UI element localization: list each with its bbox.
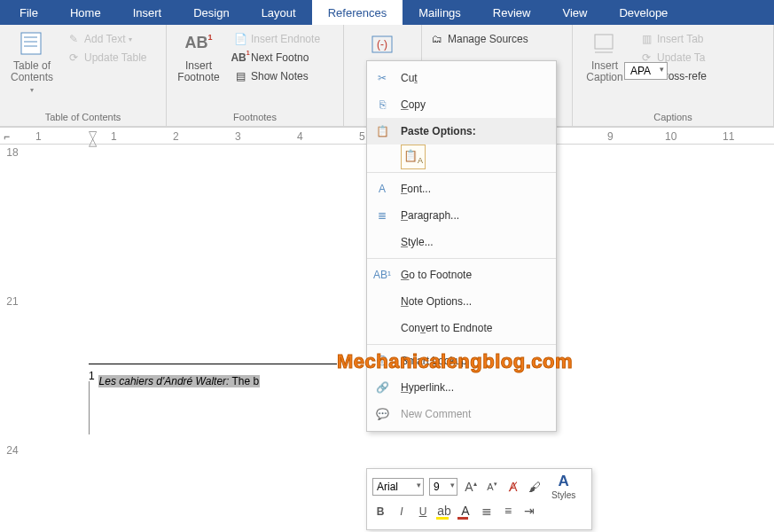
font-name-combo[interactable]: Arial	[372, 478, 424, 496]
link-icon: 🔗	[374, 379, 390, 395]
citation-icon: (-)	[368, 32, 398, 57]
menu-label: Copy	[401, 98, 426, 111]
grow-font-icon[interactable]: A▴	[463, 480, 479, 494]
hanging-indent-icon[interactable]: △	[89, 136, 97, 148]
tab-review[interactable]: Review	[477, 0, 547, 25]
menu-note-options[interactable]: Note Options...	[367, 288, 556, 315]
caption-icon	[590, 30, 620, 57]
update-icon: ⟳	[66, 51, 81, 65]
menu-label: Note Options...	[401, 295, 472, 308]
ruler-mark: 1	[35, 130, 42, 143]
context-menu: ✂Cut⎘Copy📋Paste Options:📋AAFont...≣Parag…	[366, 60, 557, 432]
menu-separator	[367, 258, 556, 259]
format-painter-icon[interactable]: 🖌	[527, 480, 543, 494]
manage-sources-icon: 🗂	[430, 32, 444, 46]
tab-mailings[interactable]: Mailings	[403, 0, 477, 25]
next-footnote-button[interactable]: AB1Next Footno	[231, 49, 323, 66]
italic-icon[interactable]: I	[394, 504, 410, 518]
footnote-icon: AB1	[184, 30, 214, 57]
tab-file[interactable]: File	[4, 0, 54, 25]
tab-view[interactable]: View	[546, 0, 603, 25]
toc-button[interactable]: Table of Contents ▾	[5, 28, 59, 97]
menu-copy[interactable]: ⎘Copy	[367, 91, 556, 118]
ab-small-icon: AB1	[233, 51, 247, 65]
ruler-mark: 1	[111, 130, 117, 143]
ruler-mark: 21	[0, 293, 25, 343]
ribbon-tabs: File Home Insert Design Layout Reference…	[0, 0, 774, 25]
insert-endnote-button[interactable]: 📄Insert Endnote	[231, 30, 323, 48]
ruler-mark: 18	[0, 145, 25, 194]
footnote-title: Les cahiers d'André Walter:	[99, 375, 230, 387]
menu-label: Cut	[401, 72, 418, 84]
ruler-mark: 4	[297, 130, 303, 143]
styles-icon[interactable]: A	[556, 473, 572, 490]
blank-icon	[374, 293, 390, 309]
tab-design[interactable]: Design	[177, 0, 245, 25]
update-table-button[interactable]: ⟳Update Table	[64, 49, 150, 66]
menu-label: Convert to Endnote	[401, 322, 492, 334]
ruler-corner: ⌐	[4, 130, 10, 143]
copy-icon: ⎘	[374, 97, 390, 113]
ab1-icon: AB¹	[374, 267, 390, 283]
footnote-continuation-line	[89, 381, 90, 434]
ruler-mark: 24	[0, 442, 25, 492]
menu-label: New Comment	[401, 408, 471, 420]
group-footnotes-label: Footnotes	[172, 110, 338, 126]
indent-icon[interactable]: ⇥	[521, 504, 537, 518]
menu-new-comment: 💬New Comment	[367, 401, 556, 427]
tab-layout[interactable]: Layout	[246, 0, 312, 25]
svg-rect-6	[595, 35, 613, 49]
paste-keep-text-icon[interactable]: 📋A	[401, 145, 426, 169]
menu-go-to-footnote[interactable]: AB¹Go to Footnote	[367, 262, 556, 288]
clear-format-icon[interactable]: A̸	[505, 480, 521, 494]
menu-label: Go to Footnote	[401, 269, 472, 281]
menu-paste-options[interactable]: 📋Paste Options:	[367, 118, 556, 145]
bold-icon[interactable]: B	[372, 504, 388, 518]
font-color-icon[interactable]: A	[457, 504, 473, 518]
tab-insert[interactable]: Insert	[117, 0, 178, 25]
font-icon: A	[374, 181, 390, 197]
menu-hyperlink[interactable]: 🔗Hyperlink...	[367, 374, 556, 401]
watermark-text: Mechanicalengblog.com	[337, 350, 573, 373]
bullets-icon[interactable]: ≣	[479, 504, 495, 518]
underline-icon[interactable]: U	[415, 504, 431, 518]
numbering-icon[interactable]: ≡	[500, 504, 516, 518]
menu-font[interactable]: AFont...	[367, 176, 556, 202]
show-notes-button[interactable]: ▤Show Notes	[231, 67, 323, 85]
insert-footnote-button[interactable]: AB1 Insert Footnote	[172, 28, 225, 85]
tab-home[interactable]: Home	[54, 0, 117, 25]
ruler-mark: 9	[607, 130, 614, 143]
menu-convert-to-endnote[interactable]: Convert to Endnote	[367, 315, 556, 341]
font-size-combo[interactable]: 9	[429, 478, 457, 496]
insert-table-figures-button[interactable]: ▥Insert Tab	[637, 30, 709, 48]
ruler-mark: 3	[235, 130, 241, 143]
styles-label[interactable]: Styles	[551, 490, 575, 500]
tab-developer[interactable]: Develope	[603, 0, 684, 25]
ruler-mark: 10	[665, 130, 676, 143]
cut-icon: ✂	[374, 70, 390, 86]
menu-cut[interactable]: ✂Cut	[367, 65, 556, 91]
tab-references[interactable]: References	[312, 0, 403, 25]
toc-label: Table of Contents	[11, 60, 53, 83]
menu-separator	[367, 344, 556, 345]
add-text-button[interactable]: ✎Add Text ▾	[64, 30, 150, 48]
footnote-separator	[89, 364, 337, 364]
blank-icon	[374, 320, 390, 336]
footnote-number: 1	[89, 370, 95, 382]
table-figures-icon: ▥	[639, 32, 653, 46]
endnote-icon: 📄	[233, 32, 247, 46]
menu-paragraph[interactable]: ≣Paragraph...	[367, 202, 556, 229]
highlight-icon[interactable]: ab	[436, 504, 452, 518]
para-icon: ≣	[374, 207, 390, 223]
shrink-font-icon[interactable]: A▾	[484, 481, 500, 492]
group-toc-label: Table of Contents	[5, 110, 160, 126]
mini-toolbar: Arial 9 A▴ A▾ A̸ 🖌 A Styles B I U ab A ≣…	[366, 468, 592, 530]
blank-icon	[374, 234, 390, 250]
paste-icon: 📋	[374, 123, 390, 139]
ruler-mark: 2	[173, 130, 179, 143]
menu-label: Hyperlink...	[401, 381, 454, 394]
style-value[interactable]: APA	[624, 62, 668, 80]
citation-style-dropdown[interactable]: APA	[624, 62, 668, 80]
menu-style[interactable]: Style...	[367, 229, 556, 255]
manage-sources-button[interactable]: 🗂Manage Sources	[427, 30, 567, 48]
